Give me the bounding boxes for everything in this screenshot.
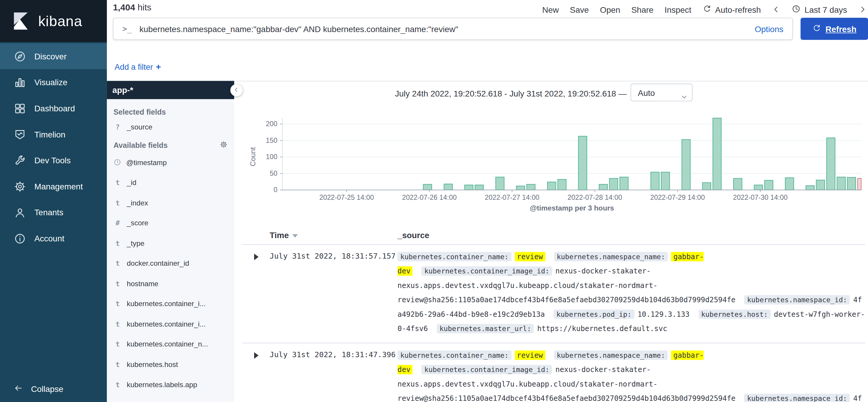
histogram-bar-partial[interactable]: [858, 179, 861, 190]
field-name: _score: [127, 219, 148, 227]
clock-icon: [114, 159, 121, 166]
collapse-fields-panel-button[interactable]: [230, 84, 243, 96]
interval-select[interactable]: Auto: [630, 84, 692, 101]
sidebar-item-timelion[interactable]: Timelion: [0, 121, 107, 147]
time-range-next-button[interactable]: [858, 5, 867, 14]
sidebar-item-dev-tools[interactable]: Dev Tools: [0, 147, 107, 174]
histogram-bar[interactable]: [754, 185, 763, 190]
histogram-bar[interactable]: [496, 177, 504, 190]
add-filter-link[interactable]: Add a filter+: [115, 62, 161, 72]
histogram-bar[interactable]: [423, 184, 432, 190]
field-item-kubernetes.labels.moist...[interactable]: tkubernetes.labels.moist...: [113, 395, 229, 402]
histogram-bar[interactable]: [734, 179, 742, 190]
toolbar-new-button[interactable]: New: [542, 5, 559, 14]
doc-source: kubernetes.container_name:reviewkubernet…: [398, 348, 865, 402]
histogram-bar[interactable]: [837, 177, 845, 190]
sidebar-item-tenants[interactable]: Tenants: [0, 199, 107, 225]
histogram-bar[interactable]: [661, 172, 670, 190]
y-axis-tick-label: 50: [270, 169, 277, 177]
field-item-kubernetes.container_n...[interactable]: tkubernetes.container_n...: [113, 334, 229, 354]
field-item-kubernetes.container_i...[interactable]: tkubernetes.container_i...: [113, 293, 229, 314]
kibana-logo[interactable]: kibana: [0, 0, 107, 42]
field-item-_score[interactable]: #_score: [113, 213, 229, 233]
field-item-kubernetes.labels.app[interactable]: tkubernetes.labels.app: [113, 375, 229, 395]
histogram-bar[interactable]: [516, 186, 525, 190]
plus-icon: +: [156, 62, 161, 71]
sidebar-item-dashboard[interactable]: Dashboard: [0, 95, 107, 121]
field-item-@timestamp[interactable]: @timestamp: [113, 152, 229, 173]
arrow-left-icon: [14, 383, 23, 393]
arrow-left-icon: [14, 383, 23, 394]
field-item-_index[interactable]: t_index: [113, 193, 229, 213]
query-input[interactable]: >_ kubernetes.namespace_name:"gabbar-dev…: [113, 18, 793, 40]
field-pair: kubernetes.container_name:review: [398, 252, 545, 261]
y-axis-tick-label: 100: [266, 153, 277, 161]
histogram-bar[interactable]: [713, 118, 721, 190]
time-column-header[interactable]: Time: [270, 230, 298, 240]
histogram-bar[interactable]: [806, 186, 814, 190]
info-icon: [14, 232, 26, 244]
histogram-bar[interactable]: [816, 180, 825, 190]
field-item-_id[interactable]: t_id: [113, 173, 229, 193]
field-name: _type: [127, 239, 144, 247]
sidebar-item-account[interactable]: Account: [0, 225, 107, 251]
field-item-_type[interactable]: t_type: [113, 233, 229, 253]
time-range-prev-button[interactable]: [772, 5, 781, 14]
fields-sidebar: app-* Selected fields ?_source Available…: [107, 81, 234, 402]
field-key: kubernetes.master_url:: [437, 324, 534, 333]
field-item-kubernetes.host[interactable]: tkubernetes.host: [113, 354, 229, 375]
histogram-bar[interactable]: [785, 178, 794, 190]
doc-expand-toggle-icon[interactable]: [254, 253, 258, 260]
field-type-icon: t: [114, 259, 122, 268]
histogram-bar[interactable]: [702, 183, 711, 190]
dashboard-grid-icon: [14, 102, 26, 114]
sidebar-item-visualize[interactable]: Visualize: [0, 69, 107, 95]
kibana-discover-page: kibana DiscoverVisualizeDashboardTimelio…: [0, 0, 868, 402]
doc-expand-toggle-icon[interactable]: [254, 352, 258, 359]
chevron-right-icon: [858, 5, 867, 14]
field-settings-gear-icon[interactable]: [220, 141, 227, 150]
sidebar-item-management[interactable]: Management: [0, 174, 107, 199]
toolbar-inspect-button[interactable]: Inspect: [665, 5, 691, 14]
field-type-icon: t: [114, 300, 122, 308]
time-picker-button[interactable]: Last 7 days: [792, 4, 847, 14]
field-item-_source[interactable]: ?_source: [113, 119, 229, 135]
field-item-docker.container_id[interactable]: tdocker.container_id: [113, 253, 229, 273]
x-axis-tick-label: 2022-07-25 14:00: [319, 193, 374, 201]
query-options-link[interactable]: Options: [755, 24, 783, 34]
sidebar-collapse-button[interactable]: Collapse: [0, 375, 107, 402]
field-item-hostname[interactable]: thostname: [113, 273, 229, 293]
index-pattern-selector[interactable]: app-*: [107, 81, 234, 99]
kibana-logo-icon: [10, 10, 31, 31]
field-type-icon: t: [114, 401, 122, 402]
histogram-bar[interactable]: [610, 179, 618, 190]
histogram-bar[interactable]: [827, 138, 835, 190]
histogram-bar[interactable]: [465, 185, 473, 190]
histogram-bar[interactable]: [651, 172, 659, 190]
histogram-bar[interactable]: [620, 177, 628, 190]
toolbar-open-button[interactable]: Open: [600, 5, 620, 14]
histogram-bar[interactable]: [527, 184, 535, 190]
histogram-bar[interactable]: [682, 140, 690, 190]
histogram-bar[interactable]: [558, 179, 566, 190]
auto-refresh-button[interactable]: Auto-refresh: [702, 4, 761, 14]
field-item-kubernetes.container_i...[interactable]: tkubernetes.container_i...: [113, 314, 229, 334]
field-type-icon: t: [114, 381, 122, 389]
toolbar-share-button[interactable]: Share: [631, 5, 654, 14]
refresh-button[interactable]: Refresh: [801, 18, 868, 40]
histogram-bar[interactable]: [444, 184, 453, 190]
sidebar-item-discover[interactable]: Discover: [0, 43, 107, 69]
sidebar-item-label: Visualize: [34, 78, 67, 87]
toolbar-save-button[interactable]: Save: [570, 5, 589, 14]
toolbar: NewSaveOpenShareInspect Auto-refresh Las…: [542, 2, 867, 16]
histogram-bar[interactable]: [548, 182, 556, 190]
histogram-bar[interactable]: [599, 184, 607, 190]
field-name: _source: [127, 123, 152, 131]
refresh-icon: [812, 24, 821, 34]
histogram-bar[interactable]: [475, 185, 483, 190]
time-range-title: July 24th 2022, 19:20:52.618 - July 31st…: [288, 89, 627, 98]
histogram-bar[interactable]: [579, 136, 587, 190]
field-key: kubernetes.namespace_id:: [744, 394, 850, 402]
histogram-bar[interactable]: [847, 178, 856, 190]
histogram-bar[interactable]: [765, 180, 773, 190]
